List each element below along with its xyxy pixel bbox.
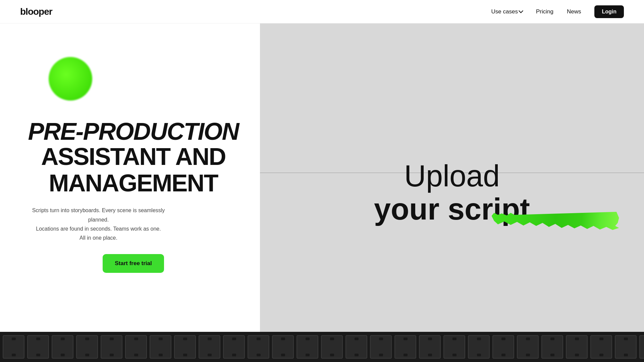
upload-content: Upload your script bbox=[299, 160, 606, 226]
navbar: blooper Use cases Pricing News Login bbox=[0, 0, 644, 23]
right-panel: Upload your script bbox=[260, 23, 644, 362]
film-frame bbox=[541, 335, 563, 359]
upload-line2: your script bbox=[299, 193, 606, 226]
film-frame bbox=[419, 335, 441, 359]
film-frame bbox=[52, 335, 73, 359]
film-frame bbox=[150, 335, 171, 359]
film-frame bbox=[27, 335, 49, 359]
login-button[interactable]: Login bbox=[594, 5, 624, 18]
use-cases-link[interactable]: Use cases bbox=[491, 8, 523, 15]
film-frame bbox=[272, 335, 294, 359]
film-frame bbox=[345, 335, 367, 359]
film-frame bbox=[468, 335, 490, 359]
upload-text: Upload your script bbox=[299, 160, 606, 226]
film-frame bbox=[492, 335, 514, 359]
film-frame bbox=[321, 335, 343, 359]
hero-title-bold-1: ASSISTANT AND bbox=[28, 143, 238, 170]
film-frame bbox=[517, 335, 539, 359]
filmstrip bbox=[0, 332, 644, 362]
page-container: PRE-PRODUCTION ASSISTANT AND MANAGEMENT … bbox=[0, 0, 644, 362]
film-frame bbox=[248, 335, 269, 359]
film-frame bbox=[76, 335, 98, 359]
hero-subtitle: Scripts turn into storyboards. Every sce… bbox=[28, 206, 169, 242]
left-panel: PRE-PRODUCTION ASSISTANT AND MANAGEMENT … bbox=[0, 23, 260, 362]
film-frame bbox=[370, 335, 392, 359]
hero-title-bold-2: MANAGEMENT bbox=[28, 170, 238, 196]
film-frame bbox=[394, 335, 416, 359]
film-frame bbox=[199, 335, 220, 359]
film-frame bbox=[101, 335, 122, 359]
film-frame bbox=[443, 335, 465, 359]
green-brush-decoration bbox=[492, 212, 619, 232]
film-frame bbox=[639, 335, 644, 359]
pricing-link[interactable]: Pricing bbox=[536, 8, 553, 15]
film-frame bbox=[590, 335, 612, 359]
film-frame bbox=[3, 335, 24, 359]
film-frame bbox=[297, 335, 318, 359]
film-frame bbox=[615, 335, 637, 359]
film-frame bbox=[174, 335, 196, 359]
logo[interactable]: blooper bbox=[20, 6, 52, 17]
film-frame bbox=[223, 335, 245, 359]
upload-line1: Upload bbox=[299, 160, 606, 193]
hero-title-italic: PRE-PRODUCTION bbox=[28, 119, 238, 143]
chevron-down-icon bbox=[519, 8, 523, 13]
start-free-trial-button[interactable]: Start free trial bbox=[103, 254, 164, 273]
green-blob-decoration bbox=[49, 57, 92, 101]
film-frame bbox=[125, 335, 147, 359]
nav-links: Use cases Pricing News Login bbox=[491, 5, 624, 18]
film-frame bbox=[566, 335, 588, 359]
news-link[interactable]: News bbox=[567, 8, 581, 15]
hero-text: PRE-PRODUCTION ASSISTANT AND MANAGEMENT … bbox=[28, 119, 238, 273]
